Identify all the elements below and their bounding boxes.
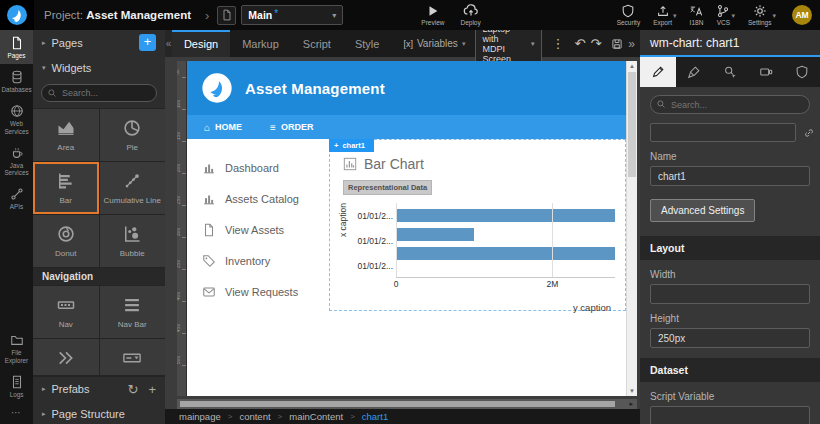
ruler-tick [182,141,186,142]
ruler-tick [182,333,186,334]
design-canvas[interactable]: Asset Management ⌂HOME ≡ORDER Dashboard … [187,61,637,396]
property-search-input[interactable] [650,95,810,114]
rail-item-file-explorer[interactable]: File Explorer [0,327,33,368]
breadcrumb-separator: > [278,412,283,421]
widget-tile-bubble[interactable]: Bubble [100,215,166,267]
tab-design[interactable]: Design [172,30,230,57]
page-icon-button[interactable] [217,6,236,25]
navigation-section-header: Navigation [33,268,165,285]
rail-item-pages[interactable]: Pages [0,30,33,64]
vcs-button[interactable]: VCS [716,4,730,26]
widget-tile-cumulative-line[interactable]: Cumulative Line [100,162,166,214]
menu-icon: ≡ [270,122,276,133]
top-bar: Project: Asset Management › Main * ▾ Pre… [0,0,820,30]
preview-button[interactable]: Preview [421,4,444,26]
tab-script[interactable]: Script [291,30,343,57]
undo-button[interactable]: ↶ [575,37,586,50]
menu-item-dashboard[interactable]: Dashboard [187,152,329,183]
width-input[interactable] [650,284,810,304]
scroll-right-icon[interactable]: ▸ [629,400,633,408]
scroll-down-icon[interactable]: ▼ [627,388,637,394]
breadcrumb-item-content[interactable]: content [239,411,270,422]
project-name: Asset Management [86,9,191,21]
add-page-button[interactable]: + [139,34,156,51]
menu-item-view-requests[interactable]: View Requests [187,276,329,307]
rail-item-web-services[interactable]: Web Services [0,98,33,139]
app-header[interactable]: Asset Management [187,61,637,115]
height-input[interactable] [650,328,810,348]
i18n-button[interactable]: I18N [689,4,703,26]
widget-tile-donut[interactable]: Donut [33,215,99,267]
security-button[interactable]: Security [617,4,640,26]
translate-icon [689,4,703,18]
more-options-icon[interactable]: ⋮ [552,37,565,50]
pages-section-header[interactable]: ▸ Pages + [33,30,165,55]
breadcrumb-item-chart1[interactable]: chart1 [362,411,388,422]
advanced-settings-button[interactable]: Advanced Settings [650,199,755,222]
variables-button[interactable]: [x] Variables ▾ [403,38,465,49]
script-variable-input[interactable] [650,406,810,424]
breadcrumb-separator: > [228,412,233,421]
property-bind-input[interactable] [650,123,796,142]
canvas-horizontal-scrollbar[interactable]: ▸ [177,399,637,409]
save-button[interactable] [611,38,623,50]
refresh-icon[interactable]: ↻ [128,382,139,397]
tab-device[interactable] [748,57,784,87]
widget-search-input[interactable] [41,84,157,102]
widget-tile-nav-bar[interactable]: Nav Bar [100,286,166,338]
user-avatar[interactable]: AM [792,5,812,25]
name-input[interactable] [650,166,810,186]
scrollbar-thumb[interactable] [628,72,636,177]
widget-tile-bar[interactable]: Bar [33,162,99,214]
scroll-up-icon[interactable]: ▲ [627,63,637,69]
menu-item-view-assets[interactable]: View Assets [187,214,329,245]
script-variable-label: Script Variable [650,391,810,402]
widgets-section-header[interactable]: ▾ Widgets [33,55,165,80]
nav-item-home[interactable]: ⌂HOME [204,122,242,133]
redo-button[interactable]: ↷ [590,37,601,50]
widget-tile-nav[interactable]: Nav [33,286,99,338]
rail-more-icon[interactable]: ⋯ [0,403,33,424]
search-icon [47,88,57,98]
rail-item-java-services[interactable]: Java Services [0,140,33,181]
tab-style[interactable]: Style [343,30,391,57]
scrollbar-thumb[interactable] [180,401,615,407]
menu-item-assets-catalog[interactable]: Assets Catalog [187,183,329,214]
breadcrumb-item-mainpage[interactable]: mainpage [179,411,221,422]
widget-selection-tag[interactable]: +chart1 [329,139,374,152]
tab-styles[interactable] [676,57,712,87]
tab-events[interactable] [712,57,748,87]
ruler-tick [182,109,186,110]
wavemaker-logo[interactable] [0,0,34,30]
collapse-left-panel-button[interactable]: « [165,30,172,57]
tab-properties[interactable] [640,57,676,87]
breadcrumb-item-maincontent[interactable]: mainContent [289,411,343,422]
expand-right-panel-button[interactable]: » [623,37,640,51]
play-icon [426,4,440,18]
tab-security[interactable] [784,57,820,87]
rail-item-databases[interactable]: Databases [0,64,33,98]
widget-tile-area[interactable]: Area [33,109,99,161]
chevron-down-icon: ▾ [731,12,735,20]
left-icon-rail: Pages Databases Web Services Java Servic… [0,30,33,424]
settings-button[interactable]: Settings [748,4,772,26]
nav-item-order[interactable]: ≡ORDER [270,122,313,133]
ruler-tick [182,365,186,366]
widget-tile-pie[interactable]: Pie [100,109,166,161]
chart-widget-selected[interactable]: +chart1 Bar Chart Representational Data … [329,139,626,311]
tab-markup[interactable]: Markup [230,30,291,57]
menu-item-inventory[interactable]: Inventory [187,245,329,276]
branch-selector[interactable]: Main * ▾ [241,5,343,25]
widget-tile-breadcrumb[interactable] [33,339,99,375]
export-button[interactable]: Export [653,4,672,26]
widget-tile-dropdown[interactable] [100,339,166,375]
deploy-button[interactable]: Deploy [460,4,480,26]
add-prefab-button[interactable]: + [148,382,156,397]
bind-link-icon[interactable] [803,127,815,139]
rail-item-logs[interactable]: Logs [0,369,33,403]
page-structure-section-header[interactable]: ▸ Page Structure [33,401,165,424]
rail-item-apis[interactable]: APIs [0,181,33,215]
canvas-vertical-scrollbar[interactable]: ▲ ▼ [626,61,637,396]
prefabs-section-header[interactable]: ▸ Prefabs ↻+ [33,376,165,401]
chart-category-label: 01/01/2... [352,203,396,228]
